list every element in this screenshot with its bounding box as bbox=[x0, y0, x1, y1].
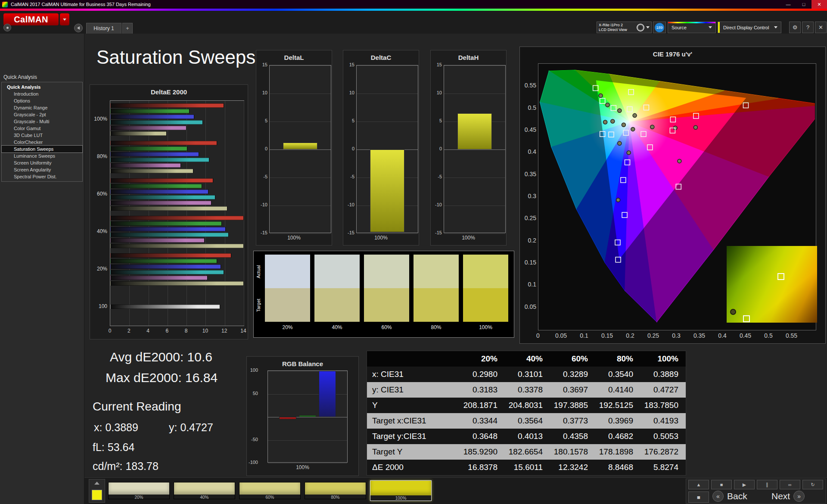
logo-menu-button[interactable] bbox=[60, 13, 69, 25]
chart-title: DeltaE 2000 bbox=[90, 88, 248, 96]
minimize-button[interactable]: — bbox=[780, 0, 796, 9]
current-y-reading: y: 0.4727 bbox=[169, 421, 213, 434]
sidebar-item-colorchecker[interactable]: ColorChecker bbox=[2, 139, 82, 146]
stop-button[interactable]: ■ bbox=[711, 480, 732, 489]
deltae-bar bbox=[110, 152, 199, 156]
table-cell: 0.3378 bbox=[504, 385, 550, 395]
calman-logo[interactable]: CalMAN bbox=[3, 13, 59, 25]
y-tick-label: 5 bbox=[256, 118, 267, 123]
next-button[interactable]: Next » bbox=[771, 491, 805, 502]
deltae-bar bbox=[110, 253, 231, 258]
saturation-patch-button-40[interactable]: 40% bbox=[174, 482, 235, 499]
chevron-left-icon bbox=[77, 26, 80, 30]
gridline bbox=[244, 101, 244, 326]
sidebar-collapse-button[interactable] bbox=[74, 24, 83, 32]
y-tick-label: -15 bbox=[431, 230, 442, 235]
reading-count-badge[interactable]: 189 bbox=[653, 22, 666, 33]
x-tick-label: 0.45 bbox=[738, 332, 753, 339]
deltal-plot bbox=[269, 65, 331, 233]
eject-icon bbox=[94, 482, 99, 485]
refresh-button[interactable]: ↻ bbox=[802, 480, 823, 489]
x-tick-label: 0.2 bbox=[623, 332, 637, 339]
gridline bbox=[357, 93, 418, 94]
swatch-buttons: 20%40%60%80%100% bbox=[108, 480, 522, 504]
sidebar-item-options[interactable]: Options bbox=[2, 97, 82, 104]
table-row-label: Target y:CIE31 bbox=[367, 432, 459, 441]
sidebar-item-spectral-power-dist[interactable]: Spectral Power Dist. bbox=[2, 173, 82, 180]
maximize-button[interactable]: □ bbox=[796, 0, 811, 9]
table-row-target-y: Target Y185.9290182.6654180.1578178.1898… bbox=[367, 444, 686, 460]
y-tick-label: -5 bbox=[431, 174, 442, 179]
pause-button[interactable]: ∥ bbox=[757, 480, 777, 489]
deltae-bar bbox=[110, 227, 226, 231]
target-swatch-20 bbox=[265, 288, 310, 322]
table-row-y: Y208.1871204.8031197.3885192.5125183.785… bbox=[367, 398, 686, 413]
help-button[interactable]: ? bbox=[802, 22, 814, 33]
swatch-label: 40% bbox=[314, 324, 360, 330]
deltae-bar bbox=[110, 259, 217, 263]
table-cell: 16.8378 bbox=[459, 463, 504, 472]
x-tick-label: 14 bbox=[239, 328, 247, 334]
gridline bbox=[270, 121, 331, 122]
close-icon: ✕ bbox=[818, 24, 823, 31]
calman-window: CalMAN 2017 CalMAN Ultimate for Business… bbox=[0, 0, 827, 504]
measurement-point bbox=[603, 120, 607, 124]
add-tab-button[interactable]: + bbox=[122, 23, 133, 34]
back-button[interactable]: « Back bbox=[712, 491, 747, 502]
sidebar-item-screen-angularity[interactable]: Screen Angularity bbox=[2, 166, 82, 173]
active-patch-indicator[interactable] bbox=[89, 479, 105, 503]
meter-dropdown[interactable]: X-Rite i1Pro 2 LCD Direct View bbox=[597, 22, 652, 33]
workflow-dot-button[interactable] bbox=[3, 24, 11, 31]
play-button[interactable]: ▶ bbox=[734, 480, 755, 489]
gridline bbox=[444, 93, 505, 94]
sidebar-item-color-gamut[interactable]: Color Gamut bbox=[2, 125, 82, 132]
close-button[interactable]: ✕ bbox=[811, 0, 827, 9]
saturation-patch-button-80[interactable]: 80% bbox=[305, 482, 366, 499]
swatch-fill bbox=[239, 482, 300, 495]
table-cell: 0.2980 bbox=[459, 370, 504, 379]
sidebar-item-saturation-sweeps[interactable]: Saturation Sweeps bbox=[2, 146, 82, 152]
table-cell: 192.5125 bbox=[595, 401, 640, 410]
sidebar-item-luminance-sweeps[interactable]: Luminance Sweeps bbox=[2, 152, 82, 159]
saturation-patch-button-100[interactable]: 100% bbox=[370, 480, 432, 501]
table-cell: 15.6011 bbox=[504, 463, 550, 472]
workspace-close-button[interactable]: ✕ bbox=[815, 22, 827, 33]
x-tick-label: 4 bbox=[144, 328, 152, 334]
ddc-label: Direct Display Control bbox=[723, 25, 769, 30]
transport-buttons: ▲■▶∥∞↻ bbox=[688, 480, 826, 490]
eject-button[interactable]: ▲ bbox=[688, 480, 709, 489]
sidebar-item-grayscale-2pt[interactable]: Grayscale - 2pt bbox=[2, 111, 82, 118]
saturation-patch-button-60[interactable]: 60% bbox=[239, 482, 301, 499]
bottom-bar: 20%40%60%80%100% ▲■▶∥∞↻ ■ « Back Next » bbox=[84, 477, 827, 504]
sidebar-item-grayscale-multi[interactable]: Grayscale - Multi bbox=[2, 118, 82, 125]
swatch-strip: 20%40%60%80%100%ActualTarget bbox=[253, 251, 514, 338]
x-tick-label: 0.3 bbox=[669, 332, 684, 339]
sidebar-item-3d-cube-lut[interactable]: 3D Cube LUT bbox=[2, 132, 82, 139]
gridline bbox=[268, 440, 347, 441]
deltae-bar bbox=[110, 178, 213, 183]
deltae-bar bbox=[110, 190, 208, 194]
display-control-dropdown[interactable]: Direct Display Control bbox=[718, 22, 781, 33]
sidebar-item-screen-uniformity[interactable]: Screen Uniformity bbox=[2, 159, 82, 166]
table-cell: 0.3564 bbox=[504, 416, 550, 426]
settings-button[interactable]: ⚙ bbox=[789, 22, 801, 33]
tab-history-1[interactable]: History 1 bbox=[86, 23, 121, 34]
x-tick-label: 0.1 bbox=[577, 332, 591, 339]
sidebar-item-quick-analysis[interactable]: Quick Analysis bbox=[2, 84, 82, 90]
x-tick-label: 0 bbox=[531, 332, 545, 339]
deltae-bar bbox=[110, 103, 224, 108]
stop-large-button[interactable]: ■ bbox=[688, 492, 709, 503]
red-bar bbox=[279, 417, 296, 420]
chart-title: DeltaL bbox=[256, 54, 332, 61]
deltae-bar bbox=[110, 244, 244, 248]
gridline bbox=[270, 177, 331, 178]
deltae-bar bbox=[110, 120, 203, 124]
source-dropdown[interactable]: Source bbox=[668, 22, 716, 33]
saturation-patch-button-20[interactable]: 20% bbox=[108, 482, 170, 499]
table-header-row: 20%40%60%80%100% bbox=[367, 351, 686, 367]
sidebar-item-introduction[interactable]: Introduction bbox=[2, 90, 82, 97]
table-cell: 0.4140 bbox=[595, 385, 640, 395]
sidebar-item-dynamic-range[interactable]: Dynamic Range bbox=[2, 104, 82, 111]
loop-button[interactable]: ∞ bbox=[780, 480, 800, 489]
deltae-plot bbox=[110, 100, 244, 326]
